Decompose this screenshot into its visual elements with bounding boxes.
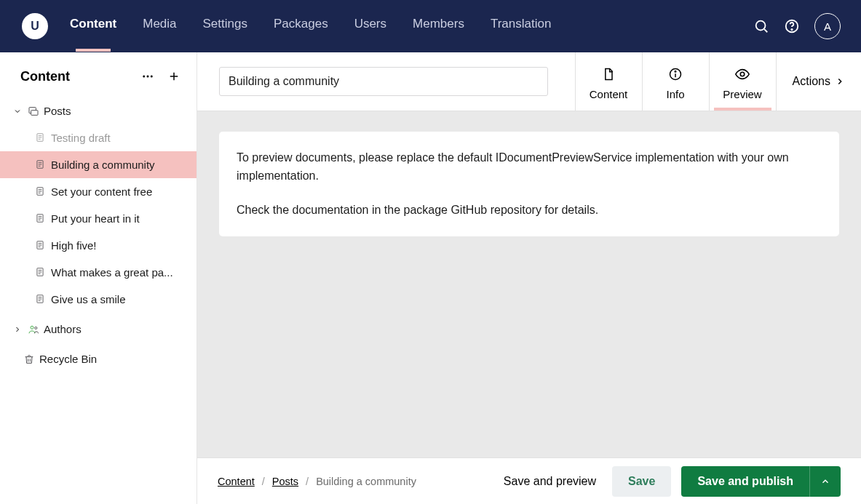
document-icon (35, 186, 47, 198)
breadcrumb-sep: / (262, 476, 265, 487)
content-area: To preview documents, please replace the… (197, 111, 861, 457)
avatar-initial: A (824, 20, 831, 33)
chevron-up-icon (820, 476, 830, 487)
tree-item-label: Building a community (51, 159, 155, 171)
nav-packages[interactable]: Packages (274, 17, 328, 36)
plus-icon[interactable] (166, 68, 182, 84)
tree-node-label: Recycle Bin (39, 353, 97, 365)
svg-point-39 (31, 326, 33, 329)
topnav-right: A (753, 13, 841, 39)
document-icon (35, 159, 47, 171)
tab-info[interactable]: Info (642, 52, 709, 111)
tree-item-label: Set your content free (51, 185, 152, 198)
tree-item[interactable]: Building a community (0, 151, 197, 178)
help-icon[interactable] (784, 18, 800, 34)
publish-group: Save and publish (681, 466, 841, 497)
breadcrumb-parent[interactable]: Posts (272, 476, 298, 487)
tree-item[interactable]: Set your content free (0, 178, 197, 205)
document-icon (35, 132, 47, 144)
search-icon[interactable] (753, 18, 769, 34)
chevron-right-icon (835, 76, 845, 87)
tree-item[interactable]: High five! (0, 232, 197, 259)
tree-node-label: Posts (44, 105, 71, 117)
svg-point-45 (675, 71, 676, 72)
tree-item[interactable]: Give us a smile (0, 286, 197, 313)
tab-content[interactable]: Content (575, 52, 642, 111)
preview-message-p2: Check the documentation in the package G… (237, 201, 822, 220)
sidebar-title: Content (20, 69, 70, 84)
svg-point-40 (35, 327, 37, 329)
svg-point-0 (756, 21, 766, 31)
svg-point-5 (147, 76, 149, 78)
tab-label: Info (667, 88, 685, 100)
svg-rect-10 (31, 110, 38, 115)
document-icon (35, 240, 47, 252)
breadcrumb-root[interactable]: Content (218, 476, 255, 487)
svg-point-6 (151, 76, 153, 78)
save-and-publish-button[interactable]: Save and publish (681, 466, 809, 497)
eye-icon (734, 66, 750, 82)
save-button[interactable]: Save (612, 466, 671, 497)
top-nav: U Content Media Settings Packages Users … (0, 0, 861, 52)
svg-point-4 (143, 76, 145, 78)
document-header: Content Info Preview Actions (197, 52, 861, 111)
actions-label: Actions (793, 75, 830, 88)
tree-node-label: Authors (44, 323, 82, 335)
document-icon (35, 267, 47, 279)
app-logo-letter: U (31, 20, 39, 33)
main: Content Info Preview Actions (197, 52, 861, 504)
folder-icon (28, 105, 39, 117)
nav-content[interactable]: Content (70, 17, 116, 36)
tree-node-posts[interactable]: Posts (0, 97, 197, 124)
tree-item-label: Give us a smile (51, 293, 126, 305)
save-and-preview-button[interactable]: Save and preview (498, 468, 602, 495)
tab-label: Preview (723, 88, 761, 100)
content-tree: Posts Testing draft Building a community… (0, 97, 197, 380)
file-icon (601, 66, 616, 82)
publish-caret-button[interactable] (809, 466, 841, 497)
avatar[interactable]: A (814, 13, 841, 39)
nav-members[interactable]: Members (413, 17, 464, 36)
sidebar-header: Content (0, 52, 197, 97)
footer: Content / Posts / Building a community S… (197, 457, 861, 504)
tree-item-label: Testing draft (51, 132, 111, 144)
svg-point-3 (791, 29, 792, 30)
tree-node-authors[interactable]: Authors (0, 313, 197, 343)
more-icon[interactable] (140, 68, 156, 84)
preview-message-card: To preview documents, please replace the… (219, 132, 839, 236)
breadcrumb-current: Building a community (316, 476, 416, 487)
trash-icon (23, 353, 35, 365)
tree-item[interactable]: Put your heart in it (0, 205, 197, 232)
document-icon (35, 213, 47, 225)
nav-users[interactable]: Users (354, 17, 386, 36)
tab-preview[interactable]: Preview (709, 52, 776, 111)
tree-item[interactable]: What makes a great pa... (0, 259, 197, 286)
svg-point-46 (740, 72, 745, 76)
nav-settings[interactable]: Settings (203, 17, 247, 36)
nav-translation[interactable]: Translation (491, 17, 551, 36)
tree-item[interactable]: Testing draft (0, 124, 197, 151)
app-logo[interactable]: U (22, 13, 48, 39)
actions-button[interactable]: Actions (776, 52, 861, 111)
breadcrumb-sep: / (306, 476, 309, 487)
chevron-down-icon (13, 107, 23, 116)
document-title-input[interactable] (219, 67, 548, 96)
tab-label: Content (590, 88, 628, 100)
preview-message-p1: To preview documents, please replace the… (237, 149, 822, 185)
svg-line-1 (764, 29, 767, 32)
people-icon (28, 324, 39, 335)
breadcrumb: Content / Posts / Building a community (218, 476, 416, 487)
tree-item-label: High five! (51, 239, 97, 252)
tree-node-recycle[interactable]: Recycle Bin (0, 343, 197, 372)
nav-media[interactable]: Media (143, 17, 176, 36)
tree-item-label: Put your heart in it (51, 212, 140, 225)
tree-item-label: What makes a great pa... (51, 266, 173, 279)
nav-items: Content Media Settings Packages Users Me… (70, 17, 551, 36)
chevron-right-icon (13, 325, 23, 334)
info-icon (668, 66, 683, 82)
document-tabs: Content Info Preview (575, 52, 776, 111)
sidebar: Content Posts (0, 52, 197, 504)
document-icon (35, 294, 47, 305)
